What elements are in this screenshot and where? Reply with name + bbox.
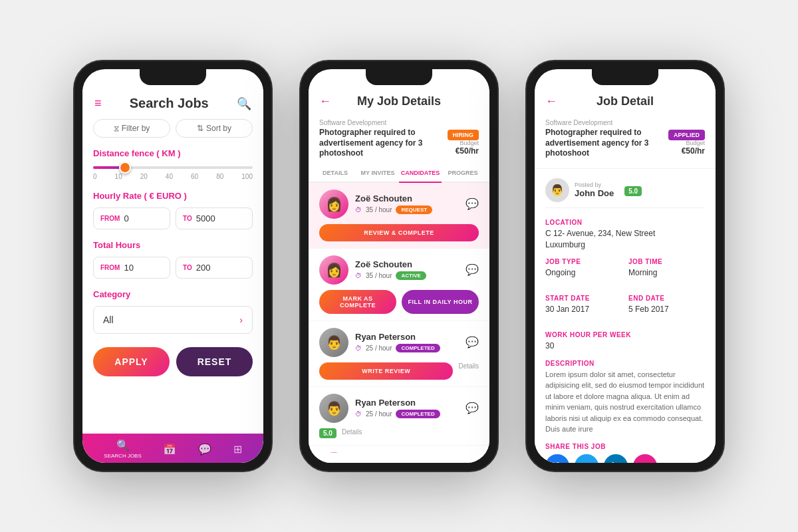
nav-calendar[interactable]: 📅 [163, 443, 176, 456]
job-detail-category: Software Development [545, 119, 705, 126]
candidate-actions-4: 5.0 Details [319, 428, 479, 438]
twitter-button[interactable]: t [575, 454, 598, 463]
job-detail-body: 👨 Posted by John Doe 5.0 [535, 173, 716, 463]
tab-candidates[interactable]: CANDIDATES [399, 164, 442, 183]
job-time-label: JOB TIME [628, 258, 705, 265]
hourly-from-box[interactable]: FROM 0 [93, 207, 170, 229]
slider-label-40: 40 [166, 173, 173, 180]
poster-rating: 5.0 [624, 186, 642, 196]
details-link-3[interactable]: Details [458, 362, 479, 380]
job-details-header: ← My Job Details [309, 94, 489, 108]
phone-screen-1: ≡ Search Jobs 🔍 ⧖ Filter by ⇅ [82, 69, 263, 463]
job-detail-content: ← Job Detail Software Development Photog… [535, 69, 716, 463]
candidate-row-4: 👨 Ryan Peterson ⏱ 25 / hour COMPLETED [319, 394, 479, 423]
message-icon-3[interactable]: 💬 [466, 336, 479, 348]
search-icon[interactable]: 🔍 [237, 96, 251, 111]
distance-slider-track[interactable] [93, 166, 253, 169]
filter-button[interactable]: ⧖ Filter by [93, 119, 170, 138]
tab-my-invites[interactable]: MY INVITES [356, 164, 399, 182]
candidate-rate-1: 35 / hour [366, 206, 392, 213]
dates-grid: START DATE 30 Jan 2017 END DATE 5 Feb 20… [545, 295, 705, 323]
job-type-section: JOB TYPE Ongoing [545, 258, 622, 279]
slider-label-60: 60 [191, 173, 198, 180]
review-complete-button[interactable]: REVIEW & COMPLETE [319, 224, 479, 241]
job-detail-title: Job Detail [597, 94, 654, 108]
clock-icon-2: ⏱ [355, 272, 362, 279]
job-type-label: JOB TYPE [545, 258, 622, 265]
candidate-avatar-4: 👨 [319, 394, 348, 423]
search-jobs-nav-label: SEARCH JOBS [104, 453, 141, 459]
job-detail-description: Photographer required to advertisement a… [545, 128, 664, 159]
slider-label-10: 10 [115, 173, 122, 180]
sort-icon: ⇅ [197, 124, 203, 133]
tab-progress[interactable]: PROGRES [442, 164, 484, 182]
hours-from-box[interactable]: FROM 10 [93, 257, 170, 279]
back-arrow-icon[interactable]: ← [319, 94, 331, 108]
action-buttons: APPLY RESET [93, 347, 253, 376]
candidate-rate-4: 25 / hour [366, 410, 392, 418]
messages-nav-icon: 💬 [198, 443, 211, 456]
candidate-info-1: Zoë Schouten ⏱ 35 / hour REQUEST [355, 194, 459, 214]
phone-frame-3: ← Job Detail Software Development Photog… [525, 60, 725, 472]
mark-complete-button[interactable]: MARK AS COMPLETE [319, 290, 396, 314]
nav-messages[interactable]: 💬 [198, 443, 211, 456]
job-time-value: Morning [628, 267, 705, 279]
candidate-rate-row-3: ⏱ 25 / hour COMPLETED [355, 344, 459, 352]
job-time-section: JOB TIME Morning [628, 258, 705, 279]
hourly-from-value: 0 [124, 213, 128, 223]
write-review-button[interactable]: WRITE REVIEW [319, 362, 453, 380]
candidate-name-4: Ryan Peterson [355, 398, 459, 408]
work-hours-section: WORK HOUR PER WEEK 30 [545, 331, 705, 352]
hamburger-icon[interactable]: ≡ [94, 96, 102, 110]
job-detail-card-row: Photographer required to advertisement a… [545, 128, 705, 159]
category-select[interactable]: All › [93, 306, 253, 334]
end-date-section: END DATE 5 Feb 2017 [628, 295, 705, 315]
job-description: Photographer required to advertisement a… [319, 128, 444, 159]
message-icon-1[interactable]: 💬 [466, 198, 479, 210]
apply-button[interactable]: APPLY [93, 347, 170, 376]
candidate-item-2: 👩 Zoë Schouten ⏱ 35 / hour ACTIVE [309, 249, 489, 321]
end-date-value: 5 Feb 2017 [628, 304, 705, 315]
details-link-4[interactable]: Details [342, 428, 362, 438]
linkedin-button[interactable]: in [604, 454, 628, 463]
candidate-row-3: 👨 Ryan Peterson ⏱ 25 / hour COMPLETED [319, 328, 479, 357]
description-section: DESCRIPTION Lorem ipsum dolor sit amet, … [545, 360, 705, 435]
slider-label-0: 0 [93, 173, 97, 180]
candidate-rate-3: 25 / hour [366, 344, 392, 352]
hours-to-label: TO [183, 264, 192, 271]
slider-label-20: 20 [140, 173, 148, 180]
category-value: All [103, 315, 114, 325]
candidate-item-1: 👩 Zoë Schouten ⏱ 35 / hour REQUEST [309, 183, 489, 249]
facebook-button[interactable]: f [545, 454, 569, 463]
fill-daily-hour-button[interactable]: FILL IN DAILY HOUR [402, 290, 479, 314]
sort-button[interactable]: ⇅ Sort by [176, 119, 253, 138]
candidate-name-3: Ryan Peterson [355, 332, 459, 342]
reset-button[interactable]: RESET [176, 347, 253, 376]
message-icon-4[interactable]: 💬 [466, 402, 479, 414]
message-icon-2[interactable]: 💬 [466, 263, 479, 276]
total-hours-label: Total Hours [93, 240, 253, 250]
nav-search-jobs[interactable]: 🔍 SEARCH JOBS [104, 439, 141, 459]
bottom-nav: 🔍 SEARCH JOBS 📅 💬 ⊞ [82, 434, 263, 463]
poster-info: Posted by John Doe [575, 182, 614, 198]
budget-label: Budget [448, 140, 479, 146]
job-type-time-grid: JOB TYPE Ongoing JOB TIME Morning [545, 258, 705, 287]
tab-details[interactable]: DETAILS [314, 164, 356, 182]
hourly-to-box[interactable]: TO 5000 [176, 207, 253, 229]
clock-icon-1: ⏱ [355, 206, 362, 213]
search-jobs-content: ≡ Search Jobs 🔍 ⧖ Filter by ⇅ [82, 69, 263, 463]
distance-slider-thumb[interactable] [119, 162, 131, 174]
back-arrow-icon-3[interactable]: ← [545, 94, 557, 108]
candidate-info-4: Ryan Peterson ⏱ 25 / hour COMPLETED [355, 398, 459, 418]
job-details-content: ← My Job Details Software Development Ph… [309, 69, 489, 463]
job-details-title: My Job Details [357, 94, 441, 108]
hiring-badge: HIRING [448, 130, 479, 140]
more-share-button[interactable]: ••• [633, 454, 657, 463]
phone-screen-3: ← Job Detail Software Development Photog… [535, 69, 716, 463]
job-detail-screen: ← Job Detail Software Development Photog… [535, 89, 716, 463]
nav-grid[interactable]: ⊞ [233, 443, 242, 456]
candidate-rate-row-2: ⏱ 35 / hour ACTIVE [355, 271, 459, 280]
candidate-actions-1: REVIEW & COMPLETE [319, 224, 479, 241]
hours-to-box[interactable]: TO 200 [176, 257, 253, 279]
distance-label: Distance fence ( KM ) [93, 148, 253, 158]
